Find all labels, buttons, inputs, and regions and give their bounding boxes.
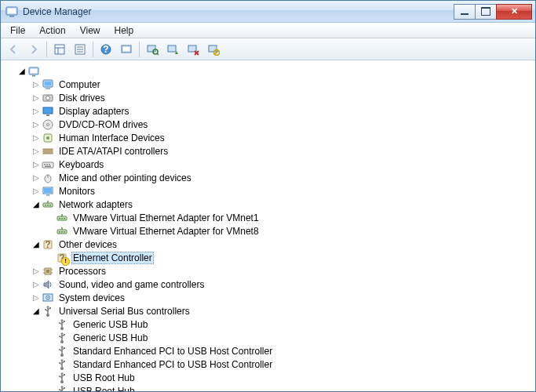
tree-node-label[interactable]: Computer (57, 79, 102, 90)
tree-node-label[interactable]: Mice and other pointing devices (57, 172, 193, 183)
tree-node[interactable]: ▷Keyboards (2, 158, 534, 171)
tree-node[interactable]: USB Root Hub (2, 384, 534, 391)
tree-node-label[interactable]: Human Interface Devices (57, 132, 166, 143)
help-button[interactable]: ? (97, 41, 115, 58)
unknown-icon: ? (56, 252, 68, 264)
svg-rect-97 (64, 347, 65, 349)
tree-node[interactable]: ◢?Other devices (2, 238, 534, 251)
svg-point-31 (46, 96, 50, 100)
tree-node[interactable]: ▷Monitors (2, 184, 534, 198)
menu-view[interactable]: View (74, 24, 107, 38)
tree-node[interactable]: ▷IDE ATA/ATAPI controllers (2, 144, 534, 158)
properties-button[interactable] (71, 41, 89, 58)
tree-node[interactable]: ▷Sound, video and game controllers (2, 278, 534, 291)
expand-icon[interactable]: ▷ (31, 119, 42, 130)
refresh-button[interactable] (117, 41, 136, 58)
menu-file[interactable]: File (4, 24, 31, 38)
forward-button[interactable] (24, 41, 43, 58)
tree-node[interactable]: ▷Display adapters (2, 104, 534, 118)
svg-rect-3 (55, 45, 64, 54)
expand-icon[interactable]: ▷ (31, 132, 42, 143)
expand-icon[interactable]: ▷ (31, 172, 42, 183)
tree-node[interactable]: Standard Enhanced PCI to USB Host Contro… (2, 358, 534, 371)
svg-rect-17 (168, 45, 176, 52)
tree-node[interactable]: ◢ (2, 64, 534, 78)
tree-node[interactable]: Generic USB Hub (2, 331, 534, 344)
tree-node-label[interactable]: USB Root Hub (71, 386, 137, 392)
monitor-icon (42, 185, 54, 198)
tree-node-label[interactable]: Network adapters (57, 199, 134, 210)
tree-node-label[interactable]: System devices (57, 292, 126, 303)
tree-node-label[interactable]: VMware Virtual Ethernet Adapter for VMne… (71, 212, 261, 223)
tree-node-label[interactable]: Processors (57, 266, 108, 277)
svg-point-86 (60, 327, 64, 330)
tree-node[interactable]: ▷Disk drives (2, 91, 534, 104)
titlebar[interactable]: Device Manager (1, 1, 535, 23)
expand-icon[interactable]: ▷ (31, 266, 42, 277)
uninstall-button[interactable] (184, 41, 202, 58)
tree-node-label[interactable]: Standard Enhanced PCI to USB Host Contro… (71, 346, 274, 357)
menu-action[interactable]: Action (33, 24, 71, 38)
device-tree[interactable]: ◢▷Computer▷Disk drives▷Display adapters▷… (2, 64, 534, 391)
tree-node[interactable]: USB Root Hub (2, 371, 534, 384)
usb-icon (56, 372, 68, 384)
tree-node-label[interactable]: Universal Serial Bus controllers (57, 306, 191, 317)
tree-node[interactable]: VMware Virtual Ethernet Adapter for VMne… (2, 224, 534, 238)
expand-icon[interactable]: ▷ (31, 292, 42, 303)
tree-node-label[interactable]: Other devices (57, 239, 119, 250)
expand-icon[interactable]: ▷ (31, 106, 42, 117)
tree-node[interactable]: ▷Processors (2, 264, 534, 278)
tree-node-label[interactable]: Sound, video and game controllers (57, 279, 206, 290)
expand-icon[interactable]: ▷ (31, 186, 42, 197)
update-driver-button[interactable] (163, 41, 182, 58)
svg-rect-65 (59, 231, 60, 233)
tree-node[interactable]: ▷Computer (2, 78, 534, 91)
collapse-icon[interactable]: ◢ (31, 199, 42, 210)
tree-node-label[interactable]: Generic USB Hub (71, 332, 149, 343)
maximize-button[interactable] (475, 4, 497, 20)
menu-help[interactable]: Help (108, 24, 140, 38)
expand-icon[interactable]: ▷ (31, 146, 42, 157)
minimize-button[interactable] (454, 4, 476, 20)
tree-node[interactable]: Generic USB Hub (2, 318, 534, 331)
disk-icon (42, 92, 54, 104)
tree-node-label[interactable]: VMware Virtual Ethernet Adapter for VMne… (71, 226, 261, 237)
tree-node-label[interactable]: Generic USB Hub (71, 319, 149, 330)
usb-icon (56, 385, 68, 392)
tree-node-label[interactable]: Disk drives (57, 93, 107, 103)
tree-node[interactable]: VMware Virtual Ethernet Adapter for VMne… (2, 211, 534, 224)
back-button[interactable] (4, 41, 23, 58)
tree-node-label[interactable]: Standard Enhanced PCI to USB Host Contro… (71, 359, 274, 370)
tree-node[interactable]: ▷Human Interface Devices (2, 131, 534, 144)
expand-icon[interactable]: ▷ (31, 159, 42, 170)
svg-point-84 (45, 309, 46, 310)
tree-node[interactable]: ◢Network adapters (2, 198, 534, 211)
tree-node-label[interactable]: IDE ATA/ATAPI controllers (57, 146, 170, 157)
tree-node[interactable]: ◢Universal Serial Bus controllers (2, 304, 534, 318)
expand-icon[interactable]: ▷ (31, 279, 42, 290)
tree-node-label[interactable]: Monitors (57, 186, 97, 197)
expand-icon[interactable]: ▷ (31, 93, 42, 103)
tree-node-label[interactable]: Keyboards (57, 159, 105, 170)
collapse-icon[interactable]: ◢ (31, 306, 42, 317)
tree-node[interactable]: Standard Enhanced PCI to USB Host Contro… (2, 344, 534, 358)
tree-node[interactable]: ▷DVD/CD-ROM drives (2, 118, 534, 131)
tree-node-label[interactable]: Ethernet Controller (71, 252, 154, 264)
expand-icon[interactable]: ▷ (31, 79, 42, 90)
toolbar-separator (139, 42, 140, 57)
collapse-icon[interactable]: ◢ (16, 66, 27, 77)
tree-node[interactable]: ?Ethernet Controller (2, 251, 534, 264)
tree-node-label[interactable]: USB Root Hub (71, 372, 137, 383)
tree-node[interactable]: ▷System devices (2, 291, 534, 304)
svg-rect-74 (46, 270, 49, 273)
tree-node-label[interactable]: Display adapters (57, 106, 130, 117)
tree-node[interactable]: ▷Mice and other pointing devices (2, 171, 534, 184)
collapse-icon[interactable]: ◢ (31, 239, 42, 250)
sound-icon (42, 278, 54, 291)
device-tree-pane[interactable]: ◢▷Computer▷Disk drives▷Display adapters▷… (1, 60, 535, 391)
scan-hardware-button[interactable] (143, 41, 162, 58)
disable-button[interactable] (204, 41, 223, 58)
show-hidden-button[interactable] (50, 41, 69, 58)
close-button[interactable] (496, 4, 532, 20)
tree-node-label[interactable]: DVD/CD-ROM drives (57, 119, 149, 130)
